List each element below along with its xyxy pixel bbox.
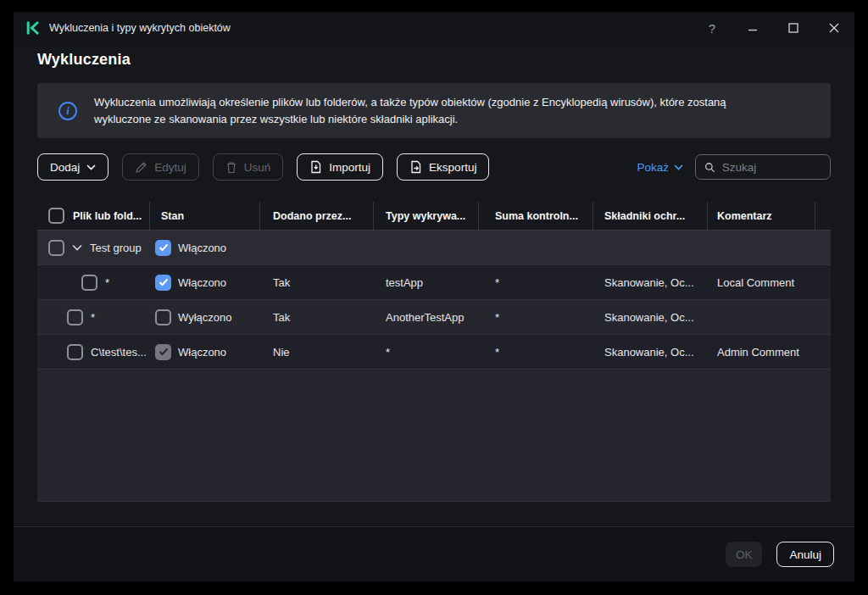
column-header-added-by: Dodano przez...: [260, 202, 374, 230]
footer-bar: OK Anuluj: [14, 526, 854, 581]
app-window: Wykluczenia i typy wykrytych obiektów ? …: [14, 12, 854, 581]
state-checkbox[interactable]: [155, 275, 171, 291]
trash-icon: [225, 161, 237, 174]
table-row[interactable]: C\test\tes... Włączono Nie * * Skanowani…: [37, 335, 831, 370]
column-header-file: Plik lub fold...: [73, 210, 142, 222]
toolbar: Dodaj Edytuj Usuń Importuj Eksportuj Pok…: [37, 153, 831, 181]
search-box: [695, 154, 831, 180]
chevron-down-icon: [674, 164, 683, 170]
column-header-detect-types: Typy wykrywa...: [374, 202, 479, 230]
column-header-components: Składniki ochr...: [593, 202, 708, 230]
cancel-button[interactable]: Anuluj: [776, 542, 834, 567]
ok-button[interactable]: OK: [726, 542, 763, 567]
chevron-down-icon: [86, 164, 96, 170]
added-by-cell: Nie: [260, 335, 374, 369]
info-banner: i Wykluczenia umożliwiają określenie pli…: [37, 83, 831, 138]
row-select-checkbox[interactable]: [48, 240, 64, 256]
state-checkbox[interactable]: [155, 240, 171, 256]
show-filter-label: Pokaż: [637, 161, 669, 174]
export-button[interactable]: Eksportuj: [397, 153, 489, 181]
detect-types-cell: testApp: [374, 265, 479, 299]
add-button-label: Dodaj: [50, 161, 80, 174]
comment-cell: Admin Comment: [708, 335, 815, 369]
info-banner-text: Wykluczenia umożliwiają określenie plikó…: [94, 94, 726, 128]
page-title: Wykluczenia: [37, 51, 131, 69]
group-name: Test group: [90, 242, 142, 254]
exclusions-table: Plik lub fold... Stan Dodano przez... Ty…: [37, 202, 831, 502]
footer-divider: [14, 526, 854, 527]
table-header: Plik lub fold... Stan Dodano przez... Ty…: [37, 202, 831, 231]
table-group-row[interactable]: Test group Włączono: [37, 231, 831, 265]
state-label: Włączono: [178, 276, 226, 289]
window-title: Wykluczenia i typy wykrytych obiektów: [49, 22, 231, 34]
minimize-button[interactable]: [732, 12, 773, 44]
state-label: Włączono: [178, 242, 226, 254]
state-label: Włączono: [178, 346, 226, 359]
checksum-cell: *: [479, 300, 593, 334]
added-by-cell: Tak: [260, 300, 374, 334]
components-cell: Skanowanie, Oc...: [593, 300, 708, 334]
chevron-down-icon[interactable]: [72, 244, 82, 251]
comment-cell: Local Comment: [708, 265, 815, 299]
checksum-cell: *: [479, 335, 593, 369]
pencil-icon: [135, 161, 147, 174]
export-icon: [409, 160, 422, 174]
info-line-1: Wykluczenia umożliwiają określenie plikó…: [94, 94, 726, 111]
delete-button-label: Usuń: [244, 161, 271, 174]
show-filter-link[interactable]: Pokaż: [637, 161, 683, 174]
maximize-button[interactable]: [773, 12, 814, 44]
window-controls: ?: [692, 12, 854, 44]
row-select-checkbox[interactable]: [81, 275, 97, 291]
column-header-comment: Komentarz: [708, 202, 815, 230]
state-checkbox[interactable]: [155, 344, 171, 360]
components-cell: Skanowanie, Oc...: [593, 335, 708, 369]
import-button-label: Importuj: [329, 161, 370, 174]
edit-button-label: Edytuj: [154, 161, 186, 174]
table-empty-area: [37, 370, 831, 501]
detect-types-cell: *: [374, 335, 479, 369]
row-select-checkbox[interactable]: [67, 344, 83, 360]
export-button-label: Eksportuj: [429, 161, 476, 174]
column-header-state: Stan: [150, 202, 260, 230]
edit-button[interactable]: Edytuj: [122, 153, 199, 181]
import-icon: [309, 160, 322, 174]
kaspersky-logo-icon: [25, 20, 41, 36]
row-select-checkbox[interactable]: [67, 309, 83, 325]
delete-button[interactable]: Usuń: [213, 153, 284, 181]
column-header-checksum: Suma kontroln...: [479, 202, 593, 230]
file-cell: *: [91, 311, 95, 324]
search-input[interactable]: [722, 161, 821, 174]
search-icon: [704, 161, 715, 174]
state-checkbox[interactable]: [155, 309, 171, 325]
info-icon: i: [58, 102, 77, 120]
state-label: Wyłączono: [178, 311, 231, 324]
file-cell: C\test\tes...: [91, 346, 147, 359]
comment-cell: [708, 300, 815, 334]
components-cell: Skanowanie, Oc...: [593, 265, 708, 299]
close-button[interactable]: [814, 12, 854, 44]
checksum-cell: *: [479, 265, 593, 299]
toolbar-right: Pokaż: [637, 154, 831, 180]
table-row[interactable]: * Włączono Tak testApp * Skanowanie, Oc.…: [37, 265, 831, 300]
file-cell: *: [105, 276, 109, 289]
table-row[interactable]: * Wyłączono Tak AnotherTestApp * Skanowa…: [37, 300, 831, 335]
added-by-cell: Tak: [260, 265, 374, 299]
info-line-2: wykluczone ze skanowania przez wszystkie…: [94, 111, 726, 128]
add-button[interactable]: Dodaj: [37, 153, 108, 181]
select-all-checkbox[interactable]: [48, 208, 64, 224]
detect-types-cell: AnotherTestApp: [374, 300, 479, 334]
title-bar: Wykluczenia i typy wykrytych obiektów ?: [14, 12, 854, 44]
import-button[interactable]: Importuj: [297, 153, 383, 181]
help-button[interactable]: ?: [692, 12, 732, 44]
